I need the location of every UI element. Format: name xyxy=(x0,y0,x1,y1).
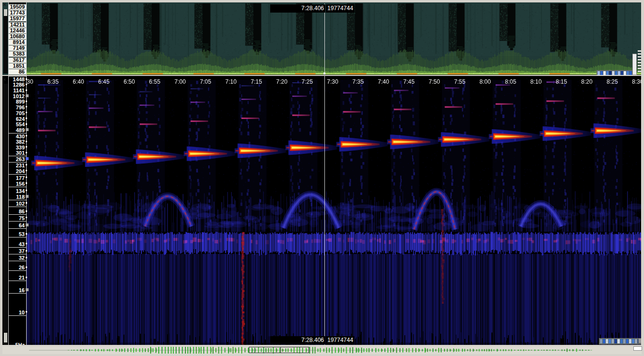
meter-segment xyxy=(600,71,603,75)
meter-segment xyxy=(606,339,608,343)
main-scrollbar-thumb[interactable] xyxy=(4,333,7,342)
time-label: 7:30 xyxy=(322,78,343,85)
meter-segment xyxy=(635,339,637,343)
freq-label: 21 xyxy=(9,275,26,281)
main-spectrogram-canvas[interactable] xyxy=(26,76,641,345)
freq-label: 177 xyxy=(9,175,26,181)
freq-tick xyxy=(26,78,27,80)
meter-segment xyxy=(603,339,605,343)
freq-label: 204 xyxy=(9,168,26,175)
time-label: 7:55 xyxy=(449,78,471,85)
freq-label: 263 xyxy=(9,156,26,163)
segment xyxy=(638,71,641,72)
meter-segment xyxy=(627,71,629,75)
freq-tick xyxy=(26,152,27,153)
meter-segment xyxy=(623,339,626,343)
overview-close-button[interactable]: × xyxy=(2,2,7,7)
freq-label: 7149 xyxy=(9,45,26,51)
freq-label: 75 xyxy=(9,215,26,222)
main-spectrogram-panel: 6:306:356:406:456:506:557:007:057:107:15… xyxy=(2,76,641,345)
segment xyxy=(638,65,641,66)
time-label: 6:35 xyxy=(43,78,64,85)
overview-spectrogram-canvas[interactable] xyxy=(26,2,641,75)
freq-tick xyxy=(26,190,27,191)
freq-label: 5383 xyxy=(9,51,26,57)
freq-tick xyxy=(26,311,27,312)
cursor-line[interactable] xyxy=(324,3,325,74)
freq-label: 32 xyxy=(9,255,26,261)
freq-tick xyxy=(26,106,27,107)
freq-label: 12446 xyxy=(9,28,26,34)
time-label: 7:45 xyxy=(399,78,420,85)
freq-tick xyxy=(26,164,27,165)
time-label: 8:10 xyxy=(525,78,547,85)
freq-label: 86 xyxy=(9,69,26,75)
meter-segment xyxy=(620,339,623,343)
cursor-sample-readout: 19774744 xyxy=(326,4,354,13)
time-label: 8:00 xyxy=(475,78,496,85)
main-level-meter[interactable] xyxy=(599,338,641,344)
freq-tick xyxy=(26,250,27,252)
time-label: 6:55 xyxy=(144,78,166,85)
freq-label: 554 xyxy=(9,121,26,128)
freq-label: 64 xyxy=(9,222,26,229)
meter-segment xyxy=(618,71,620,75)
time-label: 6:50 xyxy=(119,78,140,85)
overview-frequency-axis: 1950917743159771421112446106808914714953… xyxy=(8,2,27,75)
cursor-time-readout: 7:28.406 xyxy=(270,4,325,13)
freq-tick xyxy=(26,89,27,91)
freq-label: 26 xyxy=(9,265,26,271)
segment xyxy=(638,56,641,58)
freq-label: 10680 xyxy=(9,34,26,40)
meter-segment xyxy=(609,339,611,343)
overview-gain-slider[interactable] xyxy=(632,54,637,75)
segment xyxy=(638,62,641,63)
cursor-time-readout: 7:28.406 xyxy=(270,336,325,344)
freq-tick xyxy=(26,267,27,268)
freq-marker xyxy=(26,94,29,97)
waveform-canvas[interactable] xyxy=(2,346,642,354)
freq-tick xyxy=(26,112,27,113)
cursor-line[interactable] xyxy=(324,76,325,345)
main-meter-button[interactable] xyxy=(638,338,641,343)
freq-label: 15977 xyxy=(9,16,26,22)
freq-tick xyxy=(26,277,27,278)
overview-spectrogram-panel: 1950917743159771421112446106808914714953… xyxy=(2,2,641,75)
freq-tick xyxy=(26,233,27,235)
meter-segment xyxy=(615,71,617,75)
time-label: 6:40 xyxy=(68,78,89,85)
freq-label: 37 xyxy=(9,248,26,254)
freq-marker xyxy=(26,128,29,131)
freq-marker xyxy=(26,288,29,291)
meter-segment xyxy=(614,339,617,343)
freq-label: 301 xyxy=(9,150,26,156)
time-label: 7:10 xyxy=(220,78,242,85)
freq-tick xyxy=(26,217,27,218)
main-left-scrollbar[interactable] xyxy=(3,84,8,343)
freq-label: 14211 xyxy=(9,22,26,28)
freq-tick xyxy=(26,182,27,184)
freq-tick xyxy=(26,202,27,204)
freq-marker xyxy=(26,195,29,198)
waveform-overview-strip[interactable] xyxy=(2,346,642,354)
freq-tick xyxy=(26,141,27,142)
meter-segment xyxy=(621,71,623,75)
overview-level-meter[interactable] xyxy=(597,70,636,75)
freq-label: 134 xyxy=(9,188,26,194)
time-label: 8:05 xyxy=(500,78,521,85)
time-label: 7:50 xyxy=(424,78,445,85)
overview-scrollbar-thumb[interactable] xyxy=(4,9,7,16)
freq-label: 3617 xyxy=(9,58,26,63)
freq-tick xyxy=(26,101,27,102)
cursor-junction-dot xyxy=(323,73,325,74)
segment xyxy=(638,50,641,52)
freq-tick xyxy=(26,177,27,178)
main-close-button[interactable]: × xyxy=(2,77,7,82)
freq-marker xyxy=(26,223,29,226)
segment xyxy=(638,53,641,55)
waveform-handle[interactable] xyxy=(633,346,642,351)
time-label: 7:15 xyxy=(246,78,267,85)
overview-left-scrollbar[interactable] xyxy=(3,9,8,74)
overview-segment-column[interactable] xyxy=(638,50,641,74)
freq-label: 86 xyxy=(9,208,26,215)
